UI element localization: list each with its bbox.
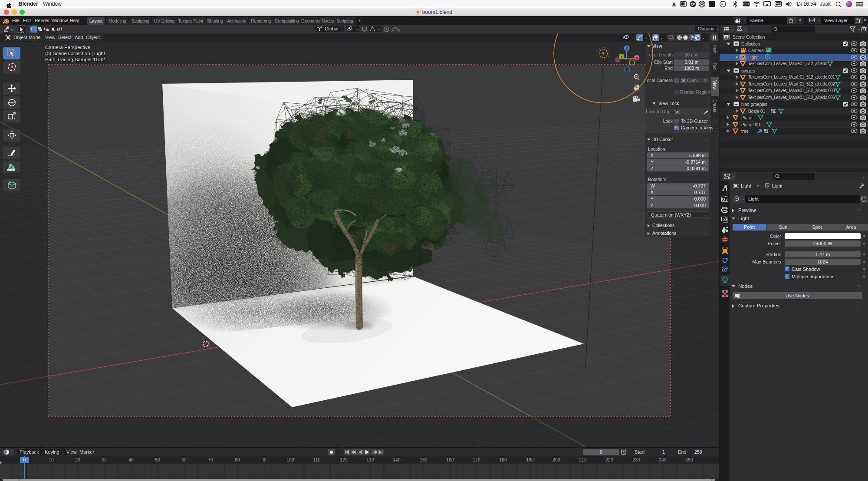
svg-text:Z: Z	[625, 46, 628, 51]
svg-text:X: X	[635, 56, 638, 60]
svg-text:W: W	[700, 3, 704, 6]
svg-text:Y: Y	[620, 55, 623, 59]
